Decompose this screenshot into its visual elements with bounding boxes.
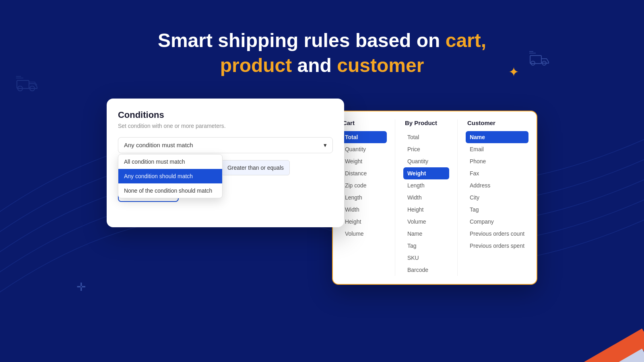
match-select-value: Any condition must match: [124, 142, 193, 148]
option-item[interactable]: Total: [403, 131, 449, 143]
option-item[interactable]: Distance: [341, 167, 387, 179]
option-item[interactable]: Volume: [403, 216, 449, 228]
conditions-card: Conditions Set condition with one or mor…: [107, 99, 344, 227]
option-item[interactable]: Phone: [466, 155, 528, 167]
column-header: Customer: [466, 119, 528, 126]
dropdown-item-none[interactable]: None of the condition should match: [118, 183, 222, 198]
condition-operator: Greater than or equals: [221, 160, 290, 175]
option-item[interactable]: Length: [403, 179, 449, 191]
option-item[interactable]: Height: [341, 216, 387, 228]
match-dropdown-menu: All condition must match Any condition s…: [118, 154, 223, 198]
column-header: By Product: [403, 119, 449, 126]
option-item[interactable]: Quantity: [341, 143, 387, 155]
option-item[interactable]: Weight: [341, 155, 387, 167]
option-item[interactable]: Weight: [403, 167, 449, 179]
options-panel: CartTotalQuantityWeightDistanceZip codeL…: [332, 111, 537, 285]
option-item[interactable]: Total: [341, 131, 387, 143]
option-item[interactable]: Tag: [403, 240, 449, 252]
dropdown-item-any[interactable]: Any condition should match: [118, 169, 222, 183]
headline: Smart shipping rules based on cart, prod…: [158, 28, 486, 78]
chevron-down-icon: ▾: [324, 142, 327, 149]
option-item[interactable]: Width: [403, 191, 449, 204]
option-item[interactable]: City: [466, 191, 528, 204]
option-item[interactable]: Length: [341, 191, 387, 204]
option-item[interactable]: Quantity: [403, 155, 449, 167]
option-item[interactable]: Tag: [466, 204, 528, 216]
option-item[interactable]: Volume: [341, 228, 387, 240]
option-item[interactable]: Company: [466, 216, 528, 228]
options-column-customer: CustomerNameEmailPhoneFaxAddressCityTagC…: [458, 119, 537, 276]
options-column-by-product: By ProductTotalPriceQuantityWeightLength…: [395, 119, 458, 276]
diagonal-stripe: [555, 298, 644, 362]
option-item[interactable]: Name: [403, 228, 449, 240]
option-item[interactable]: Barcode: [403, 264, 449, 276]
option-item[interactable]: Previous orders spent: [466, 240, 528, 252]
option-item[interactable]: Fax: [466, 167, 528, 179]
conditions-title: Conditions: [118, 110, 333, 120]
conditions-subtitle: Set condition with one or more parameter…: [118, 123, 333, 129]
option-item[interactable]: Height: [403, 204, 449, 216]
option-item[interactable]: Zip code: [341, 179, 387, 191]
option-item[interactable]: Price: [403, 143, 449, 155]
column-header: Cart: [341, 119, 387, 126]
option-item[interactable]: Email: [466, 143, 528, 155]
match-select-wrapper: Any condition must match ▾ All condition…: [118, 137, 333, 153]
dropdown-item-all[interactable]: All condition must match: [118, 154, 222, 169]
option-item[interactable]: Name: [466, 131, 528, 143]
cards-wrapper: Conditions Set condition with one or mor…: [107, 99, 537, 285]
option-item[interactable]: SKU: [403, 252, 449, 264]
match-select[interactable]: Any condition must match ▾: [118, 137, 333, 153]
option-item[interactable]: Previous orders count: [466, 228, 528, 240]
option-item[interactable]: Width: [341, 204, 387, 216]
option-item[interactable]: Address: [466, 179, 528, 191]
